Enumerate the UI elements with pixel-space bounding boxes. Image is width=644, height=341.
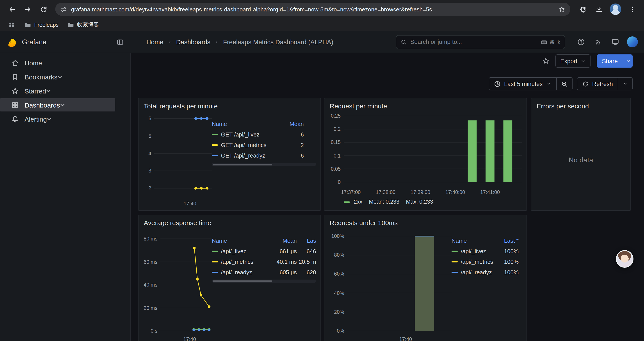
- table-scrollbar[interactable]: [212, 163, 316, 166]
- legend-stat: Max: 0.233: [406, 199, 433, 205]
- panel-title[interactable]: Average response time: [143, 218, 316, 229]
- help-button[interactable]: [576, 37, 586, 47]
- chevron-down-icon[interactable]: [56, 73, 64, 81]
- series-color-swatch: [212, 250, 218, 252]
- column-header[interactable]: Mean: [284, 121, 304, 127]
- column-header-name[interactable]: Name: [452, 237, 496, 244]
- favorite-star-button[interactable]: [542, 58, 549, 65]
- bookmark-item[interactable]: 收藏博客: [64, 20, 102, 30]
- table-scrollbar[interactable]: [212, 279, 316, 283]
- y-tick-label: 0: [338, 179, 341, 185]
- column-header[interactable]: Last *: [496, 237, 518, 244]
- apps-button[interactable]: [5, 19, 18, 31]
- chevron-down-icon[interactable]: [46, 115, 53, 123]
- time-controls: Last 5 minutes Refresh: [489, 77, 632, 90]
- bookmark-item[interactable]: Freeleaps: [21, 20, 62, 30]
- table-row[interactable]: /api/_readyz605 µs620: [212, 267, 316, 277]
- y-tick-label: 0 s: [150, 328, 158, 333]
- x-tick-label: 17:40: [400, 336, 412, 341]
- panel-title[interactable]: Requests under 100ms: [329, 218, 522, 229]
- browser-profile-avatar[interactable]: [610, 4, 621, 15]
- refresh-interval-button[interactable]: [618, 78, 632, 90]
- site-settings-icon[interactable]: [60, 6, 67, 13]
- breadcrumb-item[interactable]: Dashboards: [176, 38, 210, 46]
- chart-svg: [154, 112, 212, 200]
- grafana-app: Grafana HomeDashboardsFreeleaps Metrics …: [0, 31, 644, 341]
- reload-button[interactable]: [36, 2, 51, 17]
- x-tick-label: 17:40:00: [446, 190, 465, 195]
- column-header-name[interactable]: Name: [212, 237, 271, 244]
- downloads-button[interactable]: [592, 2, 606, 17]
- share-button[interactable]: Share: [597, 55, 623, 68]
- grafana-logo-icon[interactable]: [6, 36, 18, 48]
- chevron-down-icon[interactable]: [59, 101, 66, 109]
- legend-table: NameLast */api/_livez100%/api/_metrics10…: [452, 229, 522, 341]
- display-button[interactable]: [610, 37, 620, 47]
- user-avatar[interactable]: [627, 37, 638, 47]
- y-tick-label: 80%: [334, 252, 344, 258]
- sidebar-item-label: Dashboards: [24, 101, 60, 109]
- column-header[interactable]: Las: [297, 237, 316, 244]
- panel-4: Requests under 100ms100%80%60%40%20%0%17…: [324, 215, 527, 341]
- bookmark-star-icon[interactable]: [558, 6, 565, 13]
- table-scrollbar-thumb[interactable]: [212, 280, 272, 282]
- table-row[interactable]: GET /api/_livez6: [212, 129, 316, 140]
- table-row[interactable]: /api/_livez100%: [452, 246, 522, 256]
- sidebar-item-home[interactable]: Home: [0, 56, 130, 70]
- floating-avatar[interactable]: [616, 250, 634, 268]
- forward-button[interactable]: [20, 2, 35, 17]
- browser-menu-button[interactable]: [625, 2, 640, 17]
- table-row[interactable]: /api/_metrics100%: [452, 256, 522, 267]
- table-row[interactable]: /api/_metrics40.1 ms20.5 m: [212, 256, 316, 267]
- y-tick-label: 0.15: [331, 140, 341, 145]
- table-row[interactable]: /api/_readyz100%: [452, 267, 522, 277]
- time-range-button[interactable]: Last 5 minutes: [489, 78, 556, 90]
- browser-actions: [575, 2, 640, 17]
- plot-area[interactable]: [154, 112, 212, 200]
- sidebar-item-starred[interactable]: Starred: [0, 84, 130, 98]
- x-axis: 17:40: [347, 335, 452, 341]
- breadcrumb-item[interactable]: Home: [146, 38, 163, 46]
- y-tick-label: 5: [148, 133, 151, 139]
- table-row[interactable]: /api/_livez661 µs646: [212, 246, 316, 256]
- chart-legend[interactable]: 2xxMean: 0.233Max: 0.233: [344, 196, 522, 208]
- news-button[interactable]: [593, 37, 603, 47]
- export-button[interactable]: Export: [556, 55, 590, 68]
- panel-title[interactable]: Total requests per minute: [143, 101, 316, 112]
- plot-area[interactable]: [160, 229, 212, 335]
- search-box[interactable]: ⌘+k: [396, 35, 565, 49]
- address-bar[interactable]: [55, 3, 570, 16]
- search-input[interactable]: [410, 39, 538, 45]
- plot-area[interactable]: [347, 229, 452, 335]
- chart-svg: [160, 229, 212, 335]
- column-header[interactable]: Mean: [271, 237, 297, 244]
- series-name: /api/_metrics: [461, 258, 493, 265]
- sidebar-toggle-button[interactable]: [114, 36, 126, 48]
- sidebar-item-bookmarks[interactable]: Bookmarks: [0, 70, 130, 84]
- extensions-button[interactable]: [575, 2, 590, 17]
- back-button[interactable]: [4, 2, 19, 17]
- url-input[interactable]: [71, 6, 554, 13]
- brand-name: Grafana: [22, 38, 46, 46]
- sidebar-item-alerting[interactable]: Alerting: [0, 112, 130, 126]
- table-scrollbar-thumb[interactable]: [212, 163, 272, 165]
- share-menu-button[interactable]: [623, 55, 632, 68]
- chevron-down-icon[interactable]: [45, 87, 52, 95]
- panel-title[interactable]: Request per minute: [329, 101, 522, 112]
- plot-area[interactable]: [344, 112, 522, 188]
- table-row[interactable]: GET /api/_readyz6: [212, 150, 316, 161]
- series-value: 20.5 m: [297, 258, 316, 265]
- sidebar-item-dashboards[interactable]: Dashboards: [0, 98, 130, 112]
- table-row[interactable]: GET /api/_metrics2: [212, 140, 316, 150]
- puzzle-icon: [578, 6, 586, 13]
- zoom-out-button[interactable]: [556, 78, 572, 90]
- refresh-group: Refresh: [577, 77, 632, 90]
- panel-title[interactable]: Errors per second: [536, 101, 626, 112]
- breadcrumb-item[interactable]: Freeleaps Metrics Dashboard (ALPHA): [223, 38, 334, 46]
- column-header-name[interactable]: Name: [212, 121, 284, 127]
- bookmark-label: 收藏博客: [77, 21, 99, 29]
- series-color-swatch: [452, 261, 458, 262]
- chevron-down-icon: [546, 81, 551, 87]
- refresh-button[interactable]: Refresh: [577, 78, 618, 90]
- y-axis: 100%80%60%40%20%0%: [329, 229, 347, 335]
